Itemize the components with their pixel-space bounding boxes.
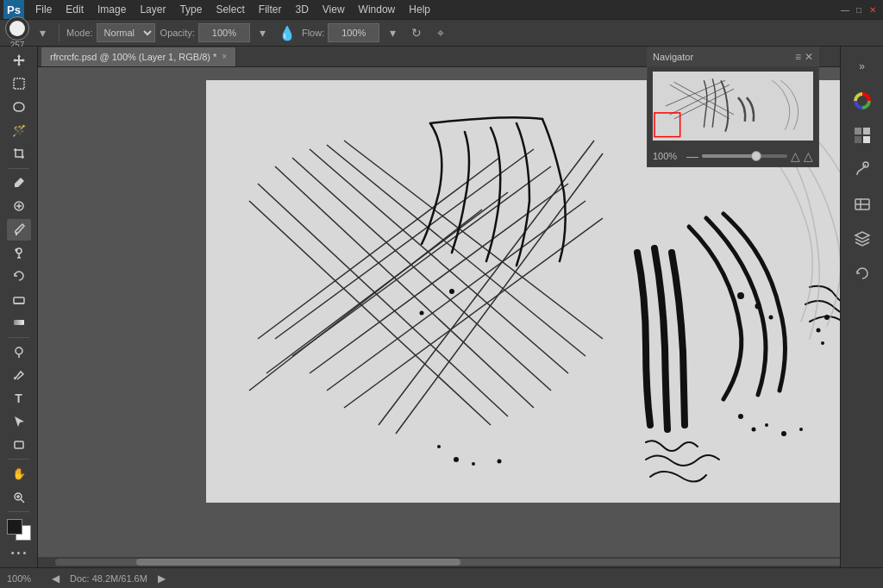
rectangular-marquee-tool[interactable] <box>7 73 31 95</box>
navigator-preview <box>648 66 818 146</box>
svg-point-46 <box>769 316 773 320</box>
navigator-zoom-label: 100% <box>653 151 683 161</box>
menu-help[interactable]: Help <box>403 2 436 17</box>
maximize-button[interactable]: □ <box>852 3 866 16</box>
foreground-color-swatch[interactable] <box>7 519 22 535</box>
canvas-tab-close[interactable]: × <box>222 52 227 61</box>
navigator-header[interactable]: Navigator ≡ ✕ <box>648 47 818 66</box>
svg-point-30 <box>449 289 454 294</box>
brush-preview[interactable] <box>5 16 29 41</box>
svg-point-42 <box>821 341 824 345</box>
navigator-close-icon[interactable]: ✕ <box>805 51 813 63</box>
options-toolbar: 257 ▾ Mode: Normal Multiply Screen Opaci… <box>0 19 883 47</box>
close-button[interactable]: ✕ <box>866 3 880 16</box>
hand-tool[interactable]: ✋ <box>7 463 31 485</box>
navigator-zoom-slider[interactable] <box>702 154 787 158</box>
navigator-zoom-out-icon[interactable]: — <box>686 149 698 163</box>
svg-point-39 <box>781 431 786 436</box>
svg-point-36 <box>738 414 743 419</box>
svg-point-38 <box>765 423 768 427</box>
svg-point-37 <box>752 428 756 432</box>
minimize-button[interactable]: — <box>838 3 852 16</box>
status-bar: 100% ◀ Doc: 48.2M/61.6M ▶ <box>0 567 883 588</box>
adjustments-panel-icon[interactable] <box>848 190 877 219</box>
swatches-panel-icon[interactable] <box>848 121 877 150</box>
flow-arrow-icon[interactable]: ▾ <box>383 23 402 42</box>
svg-rect-8 <box>15 441 23 448</box>
svg-rect-49 <box>863 128 870 134</box>
doc-info: Doc: 48.2M/61.6M <box>70 573 147 584</box>
crop-tool[interactable] <box>7 143 31 165</box>
zoom-tool[interactable] <box>7 486 31 508</box>
more-tools[interactable]: • • • <box>7 542 31 564</box>
color-panel-icon[interactable] <box>848 86 877 116</box>
navigator-menu-icon[interactable]: ≡ <box>795 51 801 63</box>
svg-point-41 <box>817 328 821 333</box>
path-selection-tool[interactable] <box>7 410 31 432</box>
gradient-tool[interactable] <box>7 312 31 334</box>
scrollbar-thumb[interactable] <box>136 559 460 566</box>
history-panel-icon[interactable] <box>848 259 877 288</box>
svg-point-40 <box>799 428 803 431</box>
panel-expand-icon[interactable]: » <box>848 52 877 81</box>
eyedropper-tool[interactable] <box>7 172 31 194</box>
rectangle-tool[interactable] <box>7 434 31 455</box>
status-right-arrow[interactable]: ▶ <box>158 572 166 585</box>
layers-panel-icon[interactable] <box>848 224 877 253</box>
left-tool-panel: 🪄 T <box>0 47 38 567</box>
clone-stamp-tool[interactable] <box>7 242 31 264</box>
symmetry-icon[interactable]: ⌖ <box>431 23 450 42</box>
navigator-zoom-in2-icon[interactable]: △ <box>804 149 813 163</box>
healing-brush-tool[interactable] <box>7 196 31 217</box>
menu-select[interactable]: Select <box>210 2 250 17</box>
menu-layer[interactable]: Layer <box>134 2 172 17</box>
svg-rect-51 <box>863 136 870 143</box>
navigator-thumbnail <box>653 72 813 141</box>
pen-tool[interactable] <box>7 364 31 385</box>
canvas-tab[interactable]: rfrcrcfc.psd @ 100% (Layer 1, RGB/8) * × <box>41 47 236 66</box>
svg-point-6 <box>16 347 22 354</box>
magic-wand-tool[interactable]: 🪄 <box>7 120 31 141</box>
brush-settings-icon[interactable]: ▾ <box>33 23 52 42</box>
svg-point-35 <box>498 460 502 464</box>
lasso-tool[interactable] <box>7 97 31 118</box>
airbrush-icon[interactable]: 💧 <box>278 23 297 42</box>
horizontal-scrollbar[interactable] <box>38 557 883 567</box>
zoom-level: 100% <box>7 573 41 584</box>
menu-edit[interactable]: Edit <box>59 2 90 17</box>
flow-label: Flow: <box>302 28 324 38</box>
brushes-panel-icon[interactable] <box>848 155 877 185</box>
svg-rect-0 <box>14 78 24 89</box>
mode-select[interactable]: Normal Multiply Screen <box>97 23 155 42</box>
menu-file[interactable]: File <box>29 2 58 17</box>
status-left-arrow[interactable]: ◀ <box>52 572 59 585</box>
navigator-title: Navigator <box>653 52 693 62</box>
scrollbar-track[interactable] <box>55 559 866 566</box>
type-tool[interactable]: T <box>7 387 31 409</box>
svg-line-27 <box>249 201 491 425</box>
svg-point-3 <box>16 249 17 251</box>
menu-window[interactable]: Window <box>353 2 402 17</box>
history-brush-tool[interactable] <box>7 266 31 287</box>
color-swatches[interactable] <box>7 519 31 541</box>
move-tool[interactable] <box>7 50 31 72</box>
menu-type[interactable]: Type <box>173 2 208 17</box>
menu-view[interactable]: View <box>316 2 351 17</box>
eraser-tool[interactable] <box>7 289 31 310</box>
menu-3d[interactable]: 3D <box>289 2 314 17</box>
menu-image[interactable]: Image <box>91 2 132 17</box>
svg-line-22 <box>292 158 551 391</box>
navigator-zoom-bar: 100% — △ △ <box>648 146 818 166</box>
opacity-arrow-icon[interactable]: ▾ <box>254 23 272 42</box>
flow-input[interactable] <box>328 23 379 42</box>
opacity-label: Opacity: <box>160 28 195 38</box>
smoothing-icon[interactable]: ↻ <box>407 23 426 42</box>
canvas-tab-label: rfrcrcfc.psd @ 100% (Layer 1, RGB/8) * <box>50 52 216 62</box>
brush-tool[interactable] <box>7 219 31 241</box>
dodge-tool[interactable] <box>7 341 31 362</box>
navigator-zoom-in-icon[interactable]: △ <box>791 149 800 163</box>
svg-point-31 <box>420 311 424 316</box>
svg-point-32 <box>437 445 441 448</box>
menu-filter[interactable]: Filter <box>253 2 288 17</box>
opacity-input[interactable] <box>198 23 250 42</box>
